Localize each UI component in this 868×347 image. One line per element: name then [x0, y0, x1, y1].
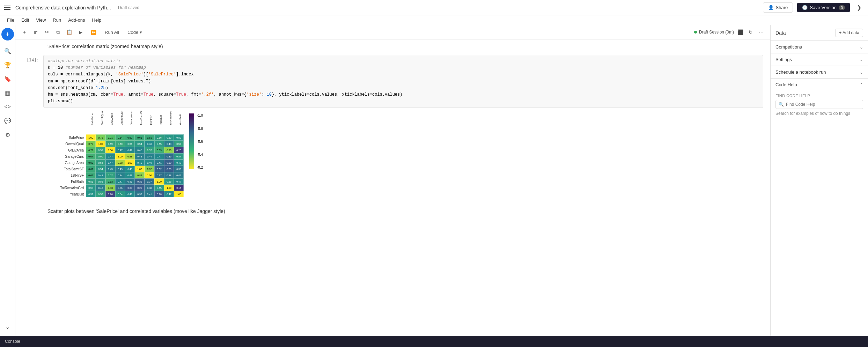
- code-help-title: Code Help: [775, 82, 797, 87]
- menu-file[interactable]: File: [4, 17, 17, 23]
- heatmap-cell: 0.36: [164, 153, 174, 160]
- heatmap-cell: 0.20: [174, 147, 184, 153]
- heatmap-cell: 1.00: [174, 191, 184, 197]
- code-cell-content[interactable]: #saleprice correlation matrix k = 10 #nu…: [43, 55, 763, 203]
- competitions-section-header[interactable]: Competitions ⌄: [771, 41, 868, 53]
- heatmap-cell: 0.54: [115, 191, 125, 197]
- competitions-section: Competitions ⌄: [771, 41, 868, 53]
- add-data-button[interactable]: + Add data: [835, 29, 863, 37]
- run-button[interactable]: ▶: [75, 28, 86, 36]
- heatmap-cell: 0.39: [135, 191, 145, 197]
- right-sidebar-title: Data: [775, 30, 786, 36]
- heatmap-cell: 1.00: [115, 153, 125, 160]
- right-sidebar: Data + Add data Competitions ⌄ Settings …: [770, 25, 868, 336]
- heatmap-cell: 0.48: [174, 160, 184, 166]
- sidebar-icon-search[interactable]: 🔍: [1, 45, 14, 57]
- copy-cell-button[interactable]: ⧉: [53, 27, 63, 37]
- settings-chevron: ⌄: [860, 57, 863, 62]
- cell-markdown-content: 'SalePrice' correlation matrix (zoomed h…: [43, 41, 763, 52]
- heatmap-cell: 0.16: [174, 185, 184, 191]
- code-help-section-header[interactable]: Code Help ⌃: [771, 79, 868, 91]
- cell-markdown-text[interactable]: 'SalePrice' correlation matrix (zoomed h…: [43, 41, 763, 52]
- competitions-chevron: ⌄: [860, 45, 863, 50]
- heatmap-cell: 0.29: [164, 166, 174, 172]
- heatmap-cell: 0.64: [86, 153, 96, 160]
- cell-label: [14]:: [15, 55, 43, 203]
- heatmap-cell: 0.41: [154, 160, 164, 166]
- heatmap-cell: 0.64: [115, 134, 125, 141]
- heatmap-cell: 0.83: [105, 185, 115, 191]
- colorbar-label-5: -0.2: [197, 165, 203, 169]
- heatmap-cell: 0.53: [164, 134, 174, 141]
- heatmap-cell: 0.61: [135, 134, 145, 141]
- cell-type-select[interactable]: Code ▾: [124, 28, 146, 36]
- right-sidebar-header: Data + Add data: [771, 25, 868, 41]
- code-block[interactable]: #saleprice correlation matrix k = 10 #nu…: [43, 55, 763, 108]
- heatmap-cell: 0.41: [125, 178, 135, 185]
- schedule-section-header[interactable]: Schedule a notebook run ⌄: [771, 66, 868, 78]
- col-label-0: SalePrice: [86, 113, 96, 134]
- share-button[interactable]: 👤 Share: [763, 2, 793, 13]
- menu-edit[interactable]: Edit: [19, 17, 32, 23]
- heatmap-cell: 0.62: [125, 134, 135, 141]
- scatter-cell: Scatter plots between 'SalePrice' and co…: [15, 204, 770, 218]
- sidebar-icon-chat[interactable]: 💬: [1, 115, 14, 127]
- heatmap-cell: 0.43: [96, 185, 105, 191]
- share-icon: 👤: [768, 5, 774, 10]
- find-code-input[interactable]: [786, 102, 860, 107]
- menu-icon[interactable]: [4, 4, 11, 11]
- menu-addons[interactable]: Add-ons: [65, 17, 88, 23]
- heatmap-row-label: SalePrice: [47, 136, 86, 140]
- menu-run[interactable]: Run: [50, 17, 64, 23]
- heatmap-cell: 0.45: [105, 166, 115, 172]
- heatmap-cell: 0.32: [135, 178, 145, 185]
- competitions-title: Competitions: [775, 44, 802, 50]
- sidebar-icon-trophy[interactable]: 🏆: [1, 59, 14, 71]
- menu-view[interactable]: View: [33, 17, 49, 23]
- heatmap-row: TotalBsmtSF0.610.540.450.430.491.000.820…: [47, 166, 184, 172]
- heatmap-cell: 0.53: [86, 185, 96, 191]
- sidebar-icon-settings[interactable]: ⚙: [1, 128, 14, 141]
- heatmap-cell: 0.61: [86, 166, 96, 172]
- heatmap-cell: 0.47: [154, 153, 164, 160]
- sidebar-icon-grid[interactable]: ▦: [1, 87, 14, 99]
- code-text[interactable]: #saleprice correlation matrix k = 10 #nu…: [44, 55, 763, 108]
- menu-help[interactable]: Help: [89, 17, 104, 23]
- fast-forward-button[interactable]: ⏩: [87, 28, 100, 36]
- run-all-button[interactable]: Run All: [101, 28, 123, 36]
- heatmap-cell: 0.55: [96, 178, 105, 185]
- add-cell-toolbar-button[interactable]: +: [20, 27, 29, 37]
- delete-cell-button[interactable]: 🗑: [31, 27, 41, 37]
- heatmap-cell: 0.79: [96, 134, 105, 141]
- heatmap-cell: 0.71: [86, 147, 96, 153]
- heatmap-cell: 0.29: [135, 185, 145, 191]
- console-bar: Console: [0, 336, 868, 347]
- heatmap-cell: 1.00: [105, 147, 115, 153]
- code-cell: [14]: #saleprice correlation matrix k = …: [15, 53, 770, 204]
- refresh-button[interactable]: ↻: [746, 27, 756, 37]
- schedule-chevron: ⌄: [860, 70, 863, 75]
- sidebar-icon-code[interactable]: <>: [1, 101, 14, 113]
- heatmap-cell: 0.37: [154, 172, 164, 178]
- heatmap-cell: 0.79: [86, 141, 96, 147]
- heatmap-cell: 0.82: [135, 172, 145, 178]
- collapse-sidebar-button[interactable]: ❯: [854, 3, 864, 13]
- settings-section-header[interactable]: Settings ⌄: [771, 53, 868, 66]
- paste-cell-button[interactable]: 📋: [64, 27, 74, 37]
- add-cell-button[interactable]: +: [1, 28, 14, 40]
- heatmap-cell: 0.43: [115, 166, 125, 172]
- interrupt-button[interactable]: ⬛: [735, 27, 745, 37]
- heatmap-row: TotRmsAbvGrd0.530.430.830.360.300.290.38…: [47, 185, 184, 191]
- sidebar-icon-expand[interactable]: ⌄: [1, 320, 14, 333]
- sidebar-icon-bookmark[interactable]: 🔖: [1, 73, 14, 85]
- heatmap-cell: 0.56: [125, 141, 135, 147]
- cut-cell-button[interactable]: ✂: [42, 27, 52, 37]
- heatmap-row-label: 1stFlrSF: [47, 174, 86, 177]
- heatmap-cell: 0.44: [145, 153, 154, 160]
- menu-bar: File Edit View Run Add-ons Help: [0, 15, 868, 25]
- heatmap-cell: 1.00: [154, 178, 164, 185]
- more-options-button[interactable]: ⋯: [756, 27, 766, 37]
- heatmap-cell: 0.47: [105, 153, 115, 160]
- save-version-button[interactable]: 🕐 Save Version 0: [797, 3, 850, 12]
- heatmap-cell: 0.32: [154, 166, 164, 172]
